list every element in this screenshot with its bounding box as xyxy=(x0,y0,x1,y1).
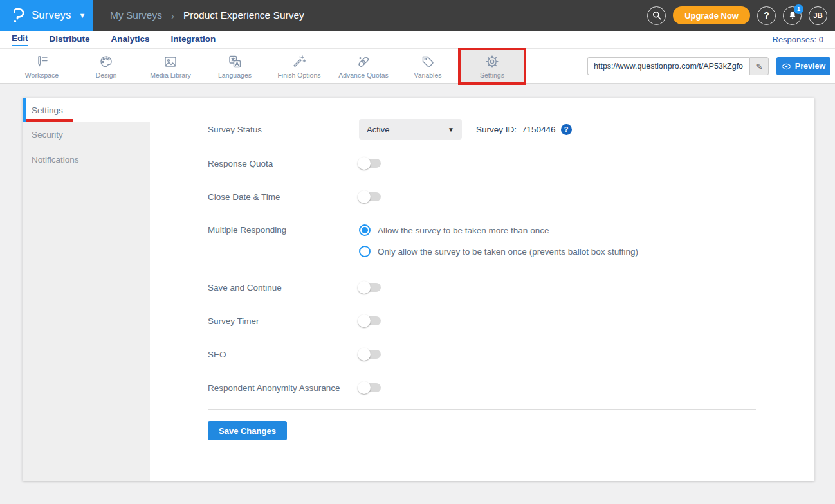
radio-option-once-only[interactable]: Only allow the survey to be taken once (… xyxy=(359,244,638,259)
sidebar-item-notifications[interactable]: Notifications xyxy=(23,147,150,172)
toggle-knob xyxy=(358,348,371,361)
response-quota-row: Response Quota xyxy=(208,156,814,171)
radio-option-multiple-allowed[interactable]: Allow the survey to be taken more than o… xyxy=(359,222,638,238)
respondent-anonymity-label: Respondent Anonymity Assurance xyxy=(208,383,359,393)
notification-badge: 1 xyxy=(794,4,803,14)
tab-integration[interactable]: Integration xyxy=(171,34,216,46)
edit-toolbar: Workspace Design Media Library Languages xyxy=(0,50,835,84)
toolbar-item-label: Media Library xyxy=(150,71,191,79)
survey-timer-label: Survey Timer xyxy=(208,316,359,326)
toolbar-item-workspace[interactable]: Workspace xyxy=(10,50,74,83)
help-button[interactable]: ? xyxy=(757,6,776,25)
seo-row: SEO xyxy=(208,346,814,362)
save-changes-button[interactable]: Save Changes xyxy=(208,421,287,440)
product-switcher[interactable]: Surveys ▼ xyxy=(0,0,93,31)
product-name: Surveys xyxy=(32,9,71,22)
survey-id-label: Survey ID: xyxy=(476,125,517,134)
survey-timer-row: Survey Timer xyxy=(208,313,814,328)
toggle-knob xyxy=(358,281,371,294)
tab-edit[interactable]: Edit xyxy=(12,33,28,46)
preview-button[interactable]: Preview xyxy=(776,57,830,75)
advance-quotas-icon xyxy=(356,54,371,69)
search-button[interactable] xyxy=(647,6,666,25)
edit-url-button[interactable]: ✎ xyxy=(749,57,769,75)
survey-timer-toggle[interactable] xyxy=(359,316,381,325)
variables-icon xyxy=(420,54,436,69)
survey-nav: Edit Distribute Analytics Integration Re… xyxy=(0,31,835,49)
chevron-down-icon: ▼ xyxy=(78,12,86,19)
questionpro-logo-icon xyxy=(11,6,25,24)
settings-gear-icon xyxy=(484,54,500,69)
toolbar-item-label: Settings xyxy=(480,71,504,79)
toolbar-item-label: Workspace xyxy=(25,71,59,79)
toolbar-item-label: Variables xyxy=(414,71,442,79)
survey-id-help-button[interactable]: ? xyxy=(561,124,572,135)
media-library-icon xyxy=(163,54,178,69)
preview-label: Preview xyxy=(795,62,825,71)
toggle-knob xyxy=(358,157,371,170)
toolbar-item-label: Finish Options xyxy=(277,71,320,79)
save-and-continue-toggle[interactable] xyxy=(359,283,381,292)
survey-url-input[interactable] xyxy=(587,57,749,75)
survey-status-dropdown[interactable]: Active ▼ xyxy=(359,119,462,140)
toggle-knob xyxy=(358,314,371,327)
close-date-time-row: Close Date & Time xyxy=(208,189,814,204)
sidebar-item-label: Notifications xyxy=(32,155,79,165)
survey-status-value: Active xyxy=(367,125,389,134)
save-and-continue-row: Save and Continue xyxy=(208,280,814,295)
save-and-continue-label: Save and Continue xyxy=(208,283,359,292)
survey-status-label: Survey Status xyxy=(208,125,359,134)
respondent-anonymity-toggle[interactable] xyxy=(359,383,381,392)
response-quota-toggle[interactable] xyxy=(359,159,381,168)
active-indicator-bar xyxy=(23,98,26,122)
question-mark-icon: ? xyxy=(564,125,569,133)
toolbar-item-variables[interactable]: Variables xyxy=(396,50,460,83)
respondent-anonymity-row: Respondent Anonymity Assurance xyxy=(208,380,814,395)
languages-icon xyxy=(227,54,243,69)
section-divider xyxy=(208,409,756,410)
multiple-responding-row: Multiple Responding Allow the survey to … xyxy=(208,222,814,259)
finish-options-icon xyxy=(291,54,307,69)
radio-selected-icon[interactable] xyxy=(359,224,371,236)
breadcrumb-parent[interactable]: My Surveys xyxy=(110,10,162,21)
settings-content: Survey Status Active ▼ Survey ID: 715044… xyxy=(150,98,814,481)
question-mark-icon: ? xyxy=(764,10,769,21)
multiple-responding-label: Multiple Responding xyxy=(208,222,359,238)
toggle-knob xyxy=(358,190,371,203)
multiple-responding-options: Allow the survey to be taken more than o… xyxy=(359,222,638,259)
tab-analytics[interactable]: Analytics xyxy=(111,34,150,46)
notifications-button[interactable]: 1 xyxy=(783,6,802,25)
radio-unselected-icon[interactable] xyxy=(359,246,371,257)
toolbar-item-design[interactable]: Design xyxy=(74,50,138,83)
toggle-knob xyxy=(358,381,371,394)
sidebar-item-settings[interactable]: Settings xyxy=(23,98,150,122)
close-date-time-label: Close Date & Time xyxy=(208,192,359,202)
breadcrumb: My Surveys › Product Experience Survey xyxy=(110,10,304,21)
response-quota-label: Response Quota xyxy=(208,159,359,168)
toolbar-item-label: Languages xyxy=(218,71,252,79)
close-date-time-toggle[interactable] xyxy=(359,192,381,201)
survey-id-value: 7150446 xyxy=(522,125,556,134)
eye-icon xyxy=(782,63,791,70)
survey-url-group: ✎ xyxy=(587,57,769,75)
radio-option-label: Allow the survey to be taken more than o… xyxy=(378,226,549,235)
toolbar-item-advance-quotas[interactable]: Advance Quotas xyxy=(331,50,396,83)
sidebar-item-security[interactable]: Security xyxy=(23,122,150,147)
toolbar-item-settings[interactable]: Settings xyxy=(460,50,524,83)
breadcrumb-current: Product Experience Survey xyxy=(183,10,304,21)
survey-id: Survey ID: 7150446 xyxy=(476,125,556,134)
toolbar-item-finish-options[interactable]: Finish Options xyxy=(267,50,331,83)
seo-label: SEO xyxy=(208,350,359,359)
toolbar-item-label: Advance Quotas xyxy=(338,71,389,79)
seo-toggle[interactable] xyxy=(359,350,381,359)
chevron-down-icon: ▼ xyxy=(448,126,454,133)
upgrade-now-button[interactable]: Upgrade Now xyxy=(673,6,750,24)
tab-distribute[interactable]: Distribute xyxy=(50,34,90,46)
topbar-actions: Upgrade Now ? 1 JB xyxy=(647,6,835,25)
survey-status-row: Survey Status Active ▼ Survey ID: 715044… xyxy=(208,119,814,140)
avatar[interactable]: JB xyxy=(809,6,827,25)
sidebar-item-label: Settings xyxy=(32,105,63,115)
breadcrumb-separator-icon: › xyxy=(171,10,174,21)
toolbar-item-languages[interactable]: Languages xyxy=(203,50,267,83)
toolbar-item-media-library[interactable]: Media Library xyxy=(138,50,203,83)
